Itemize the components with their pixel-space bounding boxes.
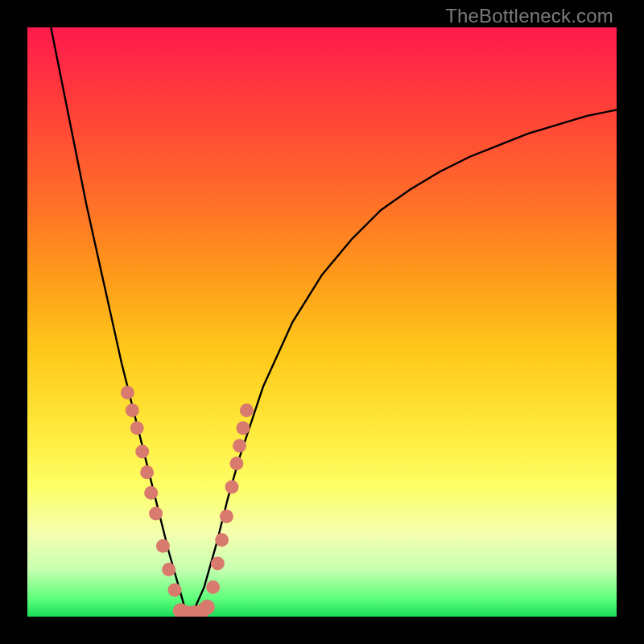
data-dot: [140, 465, 154, 479]
data-dot: [135, 445, 149, 459]
data-dot: [211, 557, 225, 571]
data-dot: [200, 600, 215, 615]
data-dot: [121, 386, 134, 399]
dot-cluster: [121, 386, 254, 617]
plot-border-bottom: [0, 617, 644, 644]
data-dot: [233, 439, 246, 452]
plot-border-left: [0, 0, 27, 644]
data-dot: [229, 456, 243, 470]
data-dot: [168, 584, 182, 597]
data-dot: [236, 421, 250, 435]
watermark-label: TheBottleneck.com: [445, 5, 613, 27]
data-dot: [225, 481, 239, 494]
data-dot: [162, 563, 175, 576]
data-dot: [130, 421, 144, 435]
data-dot: [144, 486, 158, 500]
data-dot: [220, 510, 233, 523]
data-dot: [206, 580, 220, 594]
data-dot: [149, 506, 163, 520]
chart-overlay: [27, 27, 617, 617]
data-dot: [215, 533, 229, 547]
plot-border-right: [617, 0, 644, 644]
bottleneck-curve: [51, 27, 617, 613]
data-dot: [156, 539, 170, 553]
data-dot: [126, 403, 139, 417]
data-dot: [240, 403, 254, 417]
